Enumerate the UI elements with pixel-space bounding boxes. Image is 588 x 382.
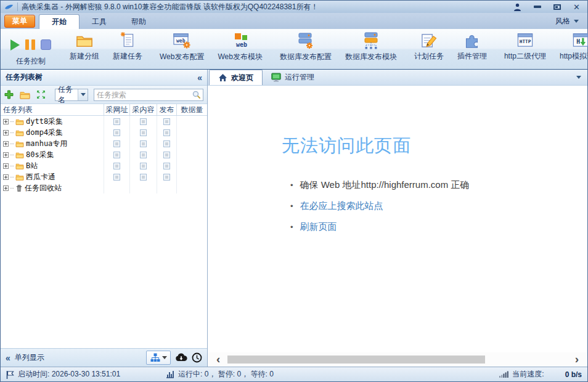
tree-row[interactable]: manhua专用 (1, 138, 207, 149)
tab-help[interactable]: 帮助 (119, 14, 158, 29)
publish-checkbox[interactable] (163, 140, 170, 147)
publish-checkbox[interactable] (163, 174, 170, 181)
scrollbar-thumb[interactable] (227, 356, 485, 364)
tab-list-dropdown[interactable] (576, 76, 581, 79)
stop-tasks-button[interactable] (41, 39, 51, 50)
collect-url-checkbox[interactable] (113, 163, 120, 169)
web-publish-module-button[interactable]: web Web发布模块 (215, 31, 264, 63)
col-collect-url[interactable]: 采网址 (104, 104, 130, 115)
collapse-left-button[interactable]: « (6, 353, 10, 363)
collect-content-checkbox[interactable] (140, 129, 147, 136)
clock-icon[interactable] (192, 352, 202, 363)
expand-node-icon[interactable] (3, 152, 9, 158)
publish-checkbox[interactable] (163, 163, 170, 169)
refresh-page-link[interactable]: 刷新页面 (300, 221, 337, 233)
collect-url-checkbox[interactable] (113, 174, 120, 181)
tree-row[interactable]: 西瓜卡通 (1, 171, 207, 182)
expand-all-icon[interactable] (36, 90, 46, 99)
web-publish-config-button[interactable]: web Web发布配置 (157, 31, 206, 63)
menu-button[interactable]: 菜单 (4, 15, 35, 28)
http-request-icon: H (571, 32, 588, 49)
open-folder-icon[interactable] (20, 91, 30, 99)
new-task-button[interactable]: 新建任务 (110, 31, 145, 63)
filter-dropdown-button[interactable] (78, 89, 88, 100)
display-mode-label[interactable]: 单列显示 (15, 352, 44, 363)
style-button[interactable]: 风格 (555, 16, 585, 29)
collect-url-checkbox[interactable] (113, 118, 120, 125)
col-task-list[interactable]: 任务列表 (1, 104, 104, 115)
search-on-bing-link[interactable]: 在必应上搜索此站点 (300, 200, 383, 212)
http-request-button[interactable]: H http模拟请求 (557, 31, 588, 63)
collect-content-checkbox[interactable] (140, 163, 147, 169)
new-group-button[interactable]: 新建分组 (67, 31, 102, 63)
scheduled-task-button[interactable]: 计划任务 (412, 31, 446, 63)
horizontal-scrollbar[interactable]: ‹ › (208, 352, 587, 367)
folder-icon (15, 140, 24, 147)
expand-node-icon[interactable] (3, 163, 9, 169)
task-control-label: 任务控制 (16, 56, 46, 67)
error-page-title: 无法访问此页面 (282, 134, 469, 158)
expand-node-icon[interactable] (3, 119, 9, 124)
task-group-name[interactable]: domp4采集 (26, 128, 63, 138)
collect-content-checkbox[interactable] (140, 140, 147, 147)
http-proxy-button[interactable]: HTTP http二级代理 (502, 31, 549, 63)
chevron-down-icon (81, 93, 86, 96)
task-search-input[interactable] (97, 91, 192, 99)
collapse-panel-button[interactable]: « (197, 73, 202, 83)
tree-row[interactable]: dytt8采集 (1, 116, 207, 127)
run-tasks-button[interactable] (10, 39, 20, 51)
expand-node-icon[interactable] (3, 141, 9, 147)
view-mode-button[interactable] (146, 351, 171, 365)
tree-row[interactable]: B站 (1, 160, 207, 171)
search-icon[interactable] (192, 91, 201, 99)
cloud-download-icon[interactable] (175, 353, 187, 362)
db-publish-module-button[interactable]: 数据库发布模块 (343, 31, 399, 63)
expand-node-icon[interactable] (3, 130, 9, 136)
publish-checkbox[interactable] (163, 152, 170, 158)
folder-icon (15, 118, 24, 125)
expand-node-icon[interactable] (3, 174, 9, 180)
collect-content-checkbox[interactable] (140, 174, 147, 181)
collect-url-checkbox[interactable] (113, 152, 120, 158)
plugin-manager-button[interactable]: 插件管理 (455, 31, 489, 63)
scroll-right-icon[interactable]: › (573, 353, 581, 367)
minimize-button[interactable] (534, 6, 541, 8)
task-group-name[interactable]: dytt8采集 (26, 116, 63, 127)
task-group-name[interactable]: manhua专用 (26, 139, 67, 149)
publish-checkbox[interactable] (163, 118, 170, 125)
trash-icon (15, 184, 23, 192)
task-search-box (94, 89, 203, 101)
task-group-name[interactable]: 80s采集 (26, 150, 54, 160)
publish-checkbox[interactable] (163, 129, 170, 136)
tab-run-management[interactable]: 运行管理 (263, 70, 323, 85)
filter-field-select[interactable]: 任务名 (55, 89, 88, 101)
close-button[interactable]: ✕ (573, 3, 580, 11)
error-bullet: • 刷新页面 (290, 221, 469, 233)
tab-start[interactable]: 开始 (39, 14, 80, 29)
restore-button[interactable] (553, 4, 561, 10)
collect-url-checkbox[interactable] (113, 129, 120, 136)
expand-node-icon[interactable] (3, 185, 9, 191)
tab-welcome-page[interactable]: 欢迎页 (209, 70, 263, 85)
tree-row[interactable]: 80s采集 (1, 149, 207, 160)
tab-tools[interactable]: 工具 (80, 14, 119, 29)
task-group-name[interactable]: B站 (26, 161, 38, 171)
collect-content-checkbox[interactable] (140, 118, 147, 125)
scroll-left-icon[interactable]: ‹ (214, 353, 223, 367)
db-publish-config-button[interactable]: 数据库发布配置 (277, 31, 334, 63)
tree-row[interactable]: domp4采集 (1, 127, 207, 138)
col-collect-content[interactable]: 采内容 (130, 104, 157, 115)
tree-row-recycle[interactable]: 任务回收站 (1, 182, 207, 193)
task-group-name[interactable]: 任务回收站 (25, 183, 62, 193)
collect-url-checkbox[interactable] (113, 140, 120, 147)
add-icon[interactable] (4, 90, 14, 99)
collect-content-checkbox[interactable] (140, 152, 147, 158)
user-icon[interactable] (513, 3, 521, 11)
titlebar-divider (17, 2, 18, 11)
run-counters-text: 运行中: 0， 暂停: 0， 等待: 0 (178, 369, 274, 380)
welcome-content: 无法访问此页面 • 确保 Web 地址http://highferrum.com… (208, 86, 587, 352)
task-group-name[interactable]: 西瓜卡通 (26, 172, 55, 182)
col-data-count[interactable]: 数据量 (177, 104, 207, 115)
col-publish[interactable]: 发布 (157, 104, 177, 115)
pause-tasks-button[interactable] (25, 39, 35, 50)
